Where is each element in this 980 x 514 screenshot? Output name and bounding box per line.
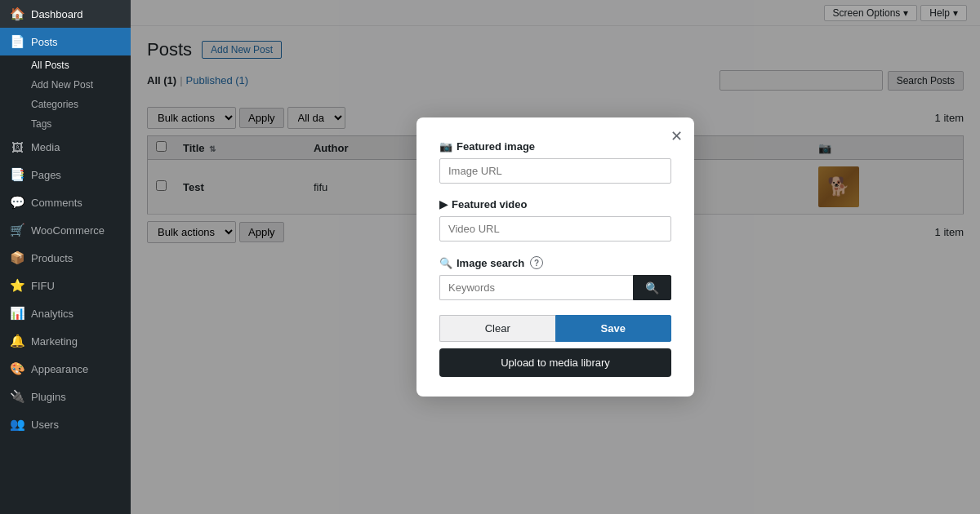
sidebar-item-label: Products xyxy=(31,252,73,264)
sidebar: 🏠 Dashboard 📄 Posts All Posts Add New Po… xyxy=(0,0,131,514)
sidebar-item-media[interactable]: 🖼 Media xyxy=(0,134,131,161)
modal-overlay[interactable]: ✕ 📷 Featured image ▶ Featured video xyxy=(131,0,980,514)
sidebar-item-label: Marketing xyxy=(31,335,78,348)
modal-action-row: Clear Save xyxy=(439,315,671,342)
sidebar-item-label: FIFU xyxy=(31,280,55,292)
sidebar-item-dashboard[interactable]: 🏠 Dashboard xyxy=(0,0,131,28)
image-search-label: 🔍 Image search ? xyxy=(439,256,671,269)
sidebar-item-fifu[interactable]: ⭐ FIFU xyxy=(0,272,131,299)
image-url-input[interactable] xyxy=(439,158,671,184)
keywords-input[interactable] xyxy=(439,275,633,300)
image-search-row: 🔍 xyxy=(439,275,671,300)
video-icon: ▶ xyxy=(439,198,448,210)
sidebar-item-pages[interactable]: 📑 Pages xyxy=(0,161,131,188)
featured-image-label: 📷 Featured image xyxy=(439,140,671,153)
sidebar-item-label: Dashboard xyxy=(31,8,83,20)
analytics-icon: 📊 xyxy=(10,306,24,321)
dashboard-icon: 🏠 xyxy=(10,7,24,21)
sidebar-sub-label: Categories xyxy=(31,99,78,110)
sidebar-item-plugins[interactable]: 🔌 Plugins xyxy=(0,383,131,410)
modal: ✕ 📷 Featured image ▶ Featured video xyxy=(416,117,694,397)
clear-button[interactable]: Clear xyxy=(439,315,555,342)
marketing-icon: 🔔 xyxy=(10,334,24,348)
video-url-input[interactable] xyxy=(439,216,671,241)
sidebar-sub-add-new-post[interactable]: Add New Post xyxy=(0,75,131,95)
sidebar-sub-all-posts[interactable]: All Posts xyxy=(0,55,131,75)
sidebar-item-label: Appearance xyxy=(31,363,88,375)
modal-close-button[interactable]: ✕ xyxy=(670,129,683,144)
upload-to-media-library-button[interactable]: Upload to media library xyxy=(439,348,671,377)
fifu-icon: ⭐ xyxy=(10,278,24,293)
media-icon: 🖼 xyxy=(10,140,24,154)
featured-video-label: ▶ Featured video xyxy=(439,198,671,210)
magnifier-icon: 🔍 xyxy=(645,281,659,295)
sidebar-item-label: Comments xyxy=(31,197,82,209)
comments-icon: 💬 xyxy=(10,195,24,210)
sidebar-item-label: Pages xyxy=(31,169,61,181)
image-search-button[interactable]: 🔍 xyxy=(633,275,671,300)
sidebar-item-analytics[interactable]: 📊 Analytics xyxy=(0,299,131,327)
sidebar-sub-label: Tags xyxy=(31,118,51,130)
sidebar-sub-categories[interactable]: Categories xyxy=(0,95,131,114)
sidebar-item-appearance[interactable]: 🎨 Appearance xyxy=(0,355,131,383)
sidebar-item-label: Posts xyxy=(31,36,58,48)
sidebar-item-label: Plugins xyxy=(31,391,66,403)
sidebar-item-label: Media xyxy=(31,141,60,153)
sidebar-sub-tags[interactable]: Tags xyxy=(0,114,131,134)
sidebar-sub-label: Add New Post xyxy=(31,79,93,91)
camera-icon: 📷 xyxy=(439,140,452,153)
sidebar-sub-label: All Posts xyxy=(31,60,69,71)
save-button[interactable]: Save xyxy=(555,315,672,342)
products-icon: 📦 xyxy=(10,250,24,265)
sidebar-item-comments[interactable]: 💬 Comments xyxy=(0,188,131,216)
modal-footer: Clear Save Upload to media library xyxy=(439,315,671,377)
users-icon: 👥 xyxy=(10,417,24,432)
featured-image-section: 📷 Featured image xyxy=(439,140,671,184)
pages-icon: 📑 xyxy=(10,167,24,182)
woocommerce-icon: 🛒 xyxy=(10,223,24,237)
plugins-icon: 🔌 xyxy=(10,389,24,404)
main-content: Screen Options ▾ Help ▾ Posts Add New Po… xyxy=(131,0,980,514)
posts-icon: 📄 xyxy=(10,34,24,49)
sidebar-item-woocommerce[interactable]: 🛒 WooCommerce xyxy=(0,216,131,244)
appearance-icon: 🎨 xyxy=(10,361,24,376)
sidebar-item-users[interactable]: 👥 Users xyxy=(0,410,131,438)
sidebar-item-posts[interactable]: 📄 Posts xyxy=(0,28,131,55)
featured-video-section: ▶ Featured video xyxy=(439,198,671,241)
sidebar-item-label: Analytics xyxy=(31,308,74,320)
image-search-section: 🔍 Image search ? 🔍 xyxy=(439,256,671,300)
sidebar-item-products[interactable]: 📦 Products xyxy=(0,244,131,272)
help-icon[interactable]: ? xyxy=(530,256,543,269)
sidebar-item-marketing[interactable]: 🔔 Marketing xyxy=(0,327,131,355)
search-icon: 🔍 xyxy=(439,257,452,269)
sidebar-item-label: WooCommerce xyxy=(31,224,105,237)
sidebar-item-label: Users xyxy=(31,419,59,431)
